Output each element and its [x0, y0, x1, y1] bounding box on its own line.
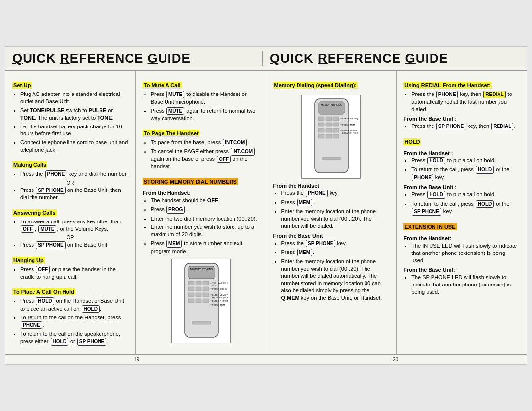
page-container: QUICK REFERENCE GUIDE QUICK REFERENCE GU… [5, 46, 527, 364]
from-base-redial-list: Press the SP PHONE key, then REDIAL. [403, 123, 520, 130]
main-content: Set-Up Plug AC adapter into a standard e… [5, 71, 527, 354]
hold-handset-item-2: To return to the call, press HOLD or the… [411, 166, 520, 181]
hold-handset-item-1: Press HOLD to put a call on hold. [411, 157, 520, 165]
svg-rect-39 [333, 128, 339, 132]
from-base-memory-item-1: Press the SP PHONE key. [281, 240, 390, 248]
answering-calls-section: Answering Calls To answer a call, press … [12, 204, 129, 249]
hold-base-item-1: Press HOLD to put a call on hold. [411, 191, 520, 199]
svg-rect-6 [188, 287, 194, 291]
memory-dialing-heading: Memory Dialing (speed Dialing): [273, 82, 358, 89]
svg-rect-11 [203, 293, 209, 297]
store-item-1: The handset should be OFF. [151, 197, 259, 204]
setup-section: Set-Up Plug AC adapter into a standard e… [12, 77, 129, 154]
page-num-right: 20 [393, 357, 398, 362]
page-num-left: 19 [134, 357, 139, 362]
ext-handset-item-1: The IN USE LED will flash slowly to indi… [411, 242, 520, 264]
making-calls-heading: Making Calls [12, 161, 47, 168]
or-line-1: OR [12, 180, 129, 186]
store-item-3: Enter the two digit memory location (00.… [151, 215, 259, 222]
from-handset-sub: From the Handset: [143, 190, 259, 196]
mute-heading: To Mute A Call [143, 82, 182, 89]
svg-rect-33 [333, 117, 339, 121]
setup-list: Plug AC adapter into a standard electric… [12, 91, 129, 154]
setup-heading: Set-Up [12, 82, 32, 89]
answering-calls-item-2: Press SP PHONE on the Base Unit. [20, 241, 129, 249]
from-base-redial-sub: From the Base Unit : [403, 116, 520, 122]
from-base-redial-section: From the Base Unit : Press the SP PHONE … [403, 116, 520, 130]
hold-heading-right: HOLD [403, 138, 421, 145]
ext-base-item-1: The SP PHONE LED will flash slowly to in… [411, 274, 520, 296]
svg-rect-41 [326, 134, 332, 138]
page-header: QUICK REFERENCE GUIDE QUICK REFERENCE GU… [5, 47, 527, 71]
hold-item-3: To return to the call on the speakerphon… [20, 330, 129, 345]
from-handset-memory-sub: From the Handset [273, 183, 390, 189]
phone-dialing-svg: MEMORY DIALING PRESS [PHONE] [305, 98, 358, 174]
page-handset-section: To Page The Handset To page from the bas… [143, 125, 259, 170]
col-right: Memory Dialing (speed Dialing): MEMORY D… [266, 71, 397, 354]
storing-memory-heading: STORING MEMORY DIAL NUMBERS [143, 178, 238, 185]
svg-rect-9 [188, 293, 194, 297]
answering-calls-list-2: Press SP PHONE on the Base Unit. [12, 241, 129, 249]
store-item-5: Press MEM to store number and exit progr… [151, 240, 259, 254]
svg-text:PRESS [MEM]: PRESS [MEM] [212, 304, 225, 306]
hanging-up-item-1: Press OFF or place the handset in the cr… [20, 266, 129, 281]
col-far-right: Using REDIAL From the Handset: Press the… [397, 71, 527, 354]
svg-text:MEMORY DIALING: MEMORY DIALING [321, 103, 343, 106]
from-base-memory-item-2: Press MEM. [281, 249, 390, 256]
col-middle: To Mute A Call Press MUTE to disable the… [136, 71, 266, 354]
mute-item-1: Press MUTE to disable the Handset or Bas… [151, 91, 259, 105]
svg-rect-10 [196, 293, 201, 297]
answering-calls-item-1: To answer a call, press any key other th… [20, 218, 129, 233]
extension-in-use-section: EXTENSION IN USE From the Handset: The I… [403, 219, 520, 296]
header-left: QUICK REFERENCE GUIDE [12, 51, 263, 66]
storing-memory-list: The handset should be OFF. Press PROG. E… [143, 197, 259, 254]
mute-item-2: Press MUTE again to return to normal two… [151, 107, 259, 122]
memory-dialing-diagram: MEMORY DIALING PRESS [PHONE] [273, 95, 390, 179]
hold-section-left: To Place A Call On Hold Press HOLD on th… [12, 284, 129, 346]
hold-base-item-2: To return to the call, press HOLD or the… [411, 200, 520, 216]
ext-from-base-sub: From the Base Unit: [403, 267, 520, 273]
svg-rect-14 [203, 299, 209, 303]
using-redial-heading: Using REDIAL From the Handset: [403, 82, 492, 89]
svg-text:PRESS [PROG]: PRESS [PROG] [212, 288, 227, 290]
ext-from-handset-list: The IN USE LED will flash slowly to indi… [403, 242, 520, 264]
store-item-4: Enter the number you wish to store, up t… [151, 223, 259, 238]
storing-memory-section: STORING MEMORY DIAL NUMBERS From the Han… [143, 173, 259, 254]
svg-rect-35 [326, 123, 332, 126]
from-base-memory-list: Press the SP PHONE key. Press MEM. Enter… [273, 240, 390, 302]
svg-rect-27 [192, 321, 211, 324]
svg-text:PRESS [PHONE]: PRESS [PHONE] [342, 117, 358, 120]
hold-from-base-list: Press HOLD to put a call on hold. To ret… [403, 191, 520, 216]
hold-heading-left: To Place A Call On Hold [12, 288, 75, 295]
hold-from-base-sub: From the Base Unit : [403, 184, 520, 190]
setup-item-4: Connect telephone line cord to base unit… [20, 139, 129, 154]
making-calls-item-2: Press SP PHONE on the Base Unit, then di… [20, 187, 129, 201]
svg-rect-7 [196, 287, 201, 291]
left-title: QUICK REFERENCE GUIDE [12, 51, 262, 66]
using-redial-section: Using REDIAL From the Handset: Press the… [403, 77, 520, 113]
phone-diagram-svg: MEMORY STORING [175, 262, 228, 339]
page-handset-list: To page from the base, press INT.COM. To… [143, 139, 259, 170]
ext-from-base-list: The SP PHONE LED will flash slowly to in… [403, 274, 520, 296]
svg-text:ENTER PHONE NUMBER: ENTER PHONE NUMBER [212, 300, 228, 302]
memory-dialing-section: Memory Dialing (speed Dialing): [273, 77, 390, 91]
hanging-up-section: Hanging Up Press OFF or place the handse… [12, 252, 129, 281]
page-numbers: 19 20 [5, 354, 527, 364]
svg-rect-50 [322, 157, 341, 160]
svg-rect-4 [196, 281, 201, 285]
page-item-2: To cancel the PAGE either press INT.COM … [151, 148, 259, 170]
from-handset-memory-list: Press the PHONE key. Press MEM. Enter th… [273, 190, 390, 230]
svg-rect-12 [188, 299, 194, 303]
svg-text:LOCATION (00-20): LOCATION (00-20) [342, 132, 358, 134]
store-item-2: Press PROG. [151, 206, 259, 214]
ext-from-handset-sub: From the Handset: [403, 235, 520, 241]
or-line-2: OR [12, 235, 129, 240]
setup-item-3: Let the handset battery pack charge for … [20, 123, 129, 138]
page-item-1: To page from the base, press INT.COM. [151, 139, 259, 147]
from-handset-memory-item-3: Enter the memory location of the phone n… [281, 208, 390, 230]
svg-rect-38 [326, 128, 332, 132]
using-redial-list: Press the PHONE key, then REDIAL to auto… [403, 91, 520, 113]
memory-storing-diagram: MEMORY STORING [143, 259, 259, 343]
svg-text:OFF: OFF [212, 284, 217, 286]
svg-text:MEMORY STORING: MEMORY STORING [190, 268, 213, 271]
